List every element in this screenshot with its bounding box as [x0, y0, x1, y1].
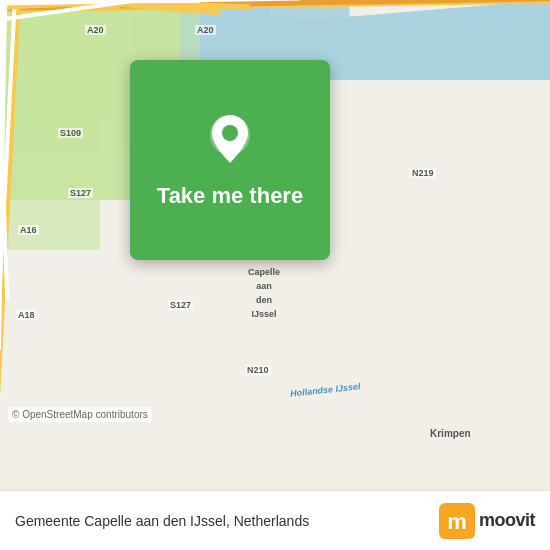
city-label: CapelleaandenIJssel — [248, 265, 280, 321]
map-view: A20 A20 A16 A18 S109 S127 S127 N219 N210… — [0, 0, 550, 490]
moovit-icon: m — [439, 503, 475, 539]
moovit-text: moovit — [479, 510, 535, 531]
svg-point-1 — [222, 125, 238, 141]
road-label-s127a: S127 — [68, 188, 93, 198]
krimpen-label: Krimpen — [430, 428, 471, 439]
road-label-n219: N219 — [410, 168, 436, 178]
svg-text:m: m — [447, 509, 467, 534]
road-label-n210: N210 — [245, 365, 271, 375]
road-label-a20: A20 — [85, 25, 106, 35]
popup-button-label: Take me there — [157, 183, 303, 209]
take-me-there-button[interactable]: Take me there — [130, 60, 330, 260]
road-label-a18: A18 — [16, 310, 37, 320]
location-pin-icon — [205, 111, 255, 171]
copyright-text: © OpenStreetMap contributors — [8, 407, 152, 422]
location-label: Gemeente Capelle aan den IJssel, Netherl… — [15, 513, 309, 529]
road-label-a20b: A20 — [195, 25, 216, 35]
road-label-a16: A16 — [18, 225, 39, 235]
bottom-bar: Gemeente Capelle aan den IJssel, Netherl… — [0, 490, 550, 550]
hollandse-label: Hollandse IJssel — [290, 381, 361, 398]
road-label-s127b: S127 — [168, 300, 193, 310]
road-label-s109: S109 — [58, 128, 83, 138]
moovit-logo: m moovit — [439, 503, 535, 539]
